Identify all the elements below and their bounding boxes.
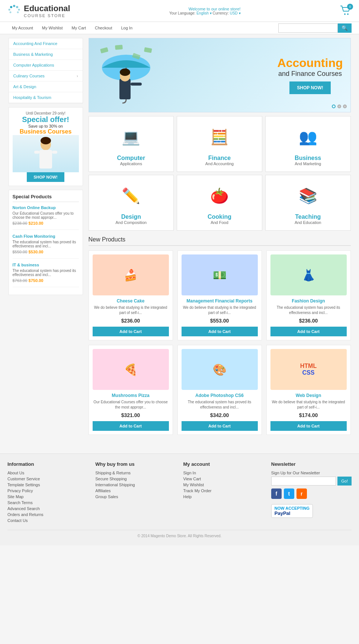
cat-business-title: Business [269, 155, 347, 161]
footer-link-help[interactable]: Help [183, 494, 264, 499]
product-photoshop: 🎨 Adobe Photoshop CS6 The educational sy… [177, 345, 262, 435]
cat-cooking-subtitle: And Food [181, 220, 258, 225]
product-photoshop-img: 🎨 [182, 349, 258, 390]
sidebar-item-business[interactable]: Business & Marketing [9, 49, 83, 60]
footer-link-privacy[interactable]: Privacy Policy [7, 488, 88, 493]
product-photoshop-name[interactable]: Adobe Photoshop CS6 [182, 393, 258, 398]
currency-select[interactable]: USD ▾ [230, 11, 241, 15]
cart-icon-wrap[interactable]: 0 [340, 5, 352, 17]
cart-area[interactable]: 0 [340, 5, 352, 17]
footer-link-track[interactable]: Track My Order [183, 488, 264, 493]
product-fashion: 👗 Fashion Design The educational system … [266, 250, 351, 340]
footer-link-contact[interactable]: Contact Us [7, 518, 88, 523]
lang-currency: Your Language: English ▾ Currency: USD ▾ [169, 11, 240, 15]
product-photoshop-add-to-cart[interactable]: Add to Cart [182, 421, 258, 431]
sidebar-item-hospitality[interactable]: Hospitality & Tourism [9, 92, 83, 103]
nav-my-wishlist[interactable]: My Wishlist [38, 22, 67, 34]
new-products-title: New Products [89, 236, 351, 246]
sidebar-item-computer[interactable]: Computer Applications [9, 60, 83, 71]
product-mushroom-img: 🍕 [93, 349, 169, 390]
sp-item-2-name[interactable]: IT & business [13, 263, 39, 267]
svg-rect-13 [52, 151, 57, 154]
banner-dot-1[interactable] [332, 105, 336, 108]
special-offer-shop-btn[interactable]: SHOP NOW! [27, 172, 64, 182]
product-mushroom-name[interactable]: Mushrooms Pizza [93, 393, 169, 398]
footer-link-shipping[interactable]: Shipping & Returns [95, 471, 176, 475]
cat-computer[interactable]: 💻 Computer Applications [89, 116, 174, 172]
footer-link-sitemap[interactable]: Site Map [7, 494, 88, 499]
paypal-badge[interactable]: NOW ACCEPTING PayPal [271, 504, 313, 518]
category-grid: 💻 Computer Applications 🧮 Finance And Ac… [89, 116, 351, 231]
svg-point-8 [347, 13, 349, 15]
footer-link-view-cart[interactable]: View Cart [183, 477, 264, 481]
product-webdesign-add-to-cart[interactable]: Add to Cart [270, 421, 347, 431]
logo-area: Educational COURSE STORE [7, 4, 70, 18]
nav-my-account[interactable]: My Account [7, 22, 38, 34]
cat-cooking[interactable]: 🍅 Cooking And Food [177, 175, 262, 231]
nav-login[interactable]: Log In [116, 22, 137, 34]
footer-link-group[interactable]: Group Sales [95, 494, 176, 499]
product-mushroom-add-to-cart[interactable]: Add to Cart [93, 421, 169, 431]
footer-link-wishlist[interactable]: My Wishlist [183, 483, 264, 487]
special-offer-image [13, 135, 79, 172]
twitter-icon[interactable]: t [284, 488, 294, 499]
footer-link-search-terms[interactable]: Search Terms [7, 500, 88, 505]
navbar: My Account My Wishlist My Cart Checkout … [0, 22, 359, 34]
footer-newsletter-text: Sign Up for Our Newsletter [271, 471, 352, 475]
footer-link-secure[interactable]: Secure Shopping [95, 477, 176, 481]
product-photoshop-desc: The educational system has proved its ef… [182, 400, 258, 410]
footer-link-signin[interactable]: Sign In [183, 471, 264, 475]
footer-link-about[interactable]: About Us [7, 471, 88, 475]
footer-link-orders[interactable]: Orders and Returns [7, 512, 88, 517]
rss-icon[interactable]: r [297, 488, 307, 499]
sidebar-item-art[interactable]: Art & Design [9, 81, 83, 92]
sp-item-2: IT & business The educational system has… [13, 262, 79, 287]
special-products-title: Special Products [13, 194, 79, 202]
cat-finance[interactable]: 🧮 Finance And Accounting [177, 116, 262, 172]
product-webdesign-name[interactable]: Web Design [270, 393, 347, 398]
newsletter-input[interactable] [271, 477, 336, 486]
sp-item-0-name[interactable]: Norton Online Backup [13, 205, 56, 210]
footer-link-affiliates[interactable]: Affiliates [95, 488, 176, 493]
product-management-add-to-cart[interactable]: Add to Cart [182, 327, 258, 336]
cat-business[interactable]: 👥 Business And Marketing [265, 116, 351, 172]
hero-illustration [96, 42, 163, 109]
cat-computer-subtitle: Applications [93, 161, 170, 166]
product-cheese-cake-price: $236.00 [93, 318, 169, 324]
special-offer-box: Until December 29 only! Special offer! S… [9, 107, 83, 186]
facebook-icon[interactable]: f [271, 488, 282, 499]
svg-point-3 [9, 9, 10, 11]
product-management-name[interactable]: Management Financial Reports [182, 298, 258, 304]
footer-info-title: Information [7, 461, 88, 467]
footer-why: Why buy from us Shipping & Returns Secur… [95, 461, 176, 524]
sp-item-1-price-old: $550.00 [13, 250, 28, 254]
newsletter-submit-btn[interactable]: Go! [337, 477, 352, 486]
hero-shop-btn[interactable]: SHOP NOW! [289, 81, 330, 94]
product-cheese-cake-name[interactable]: Cheese Cake [93, 298, 169, 304]
footer-link-customer[interactable]: Customer Service [7, 477, 88, 481]
lang-label: Your Language: [169, 11, 195, 15]
product-cheese-cake-add-to-cart[interactable]: Add to Cart [93, 327, 169, 336]
nav-checkout[interactable]: Checkout [90, 22, 116, 34]
banner-dot-3[interactable] [343, 105, 347, 108]
lang-select[interactable]: English ▾ [196, 11, 212, 15]
nav-my-cart[interactable]: My Cart [67, 22, 90, 34]
footer-link-international[interactable]: International Shipping [95, 483, 176, 487]
product-mushroom: 🍕 Mushrooms Pizza Our Educational Course… [89, 345, 173, 435]
product-fashion-name[interactable]: Fashion Design [270, 298, 347, 304]
footer-newsletter: Newsletter Sign Up for Our Newsletter Go… [271, 461, 352, 524]
banner-dot-2[interactable] [337, 105, 341, 108]
search-input[interactable] [278, 23, 338, 33]
sp-item-1-name[interactable]: Cash Flow Monitoring [13, 234, 55, 238]
footer-link-advanced[interactable]: Advanced Search [7, 506, 88, 511]
logo-main-text: Educational [24, 4, 70, 13]
cat-business-icon: 👥 [269, 122, 347, 152]
search-button[interactable]: 🔍 [338, 23, 352, 33]
sidebar-item-culinary[interactable]: Culinary Courses › [9, 71, 83, 81]
sidebar-item-accounting[interactable]: Accounting And Finance [9, 38, 83, 49]
cat-finance-subtitle: And Accounting [181, 161, 258, 166]
product-fashion-add-to-cart[interactable]: Add to Cart [270, 327, 347, 336]
cat-teaching[interactable]: 📚 Teaching And Education [265, 175, 351, 231]
footer-link-template[interactable]: Template Settings [7, 483, 88, 487]
cat-design[interactable]: ✏️ Design And Composition [89, 175, 174, 231]
